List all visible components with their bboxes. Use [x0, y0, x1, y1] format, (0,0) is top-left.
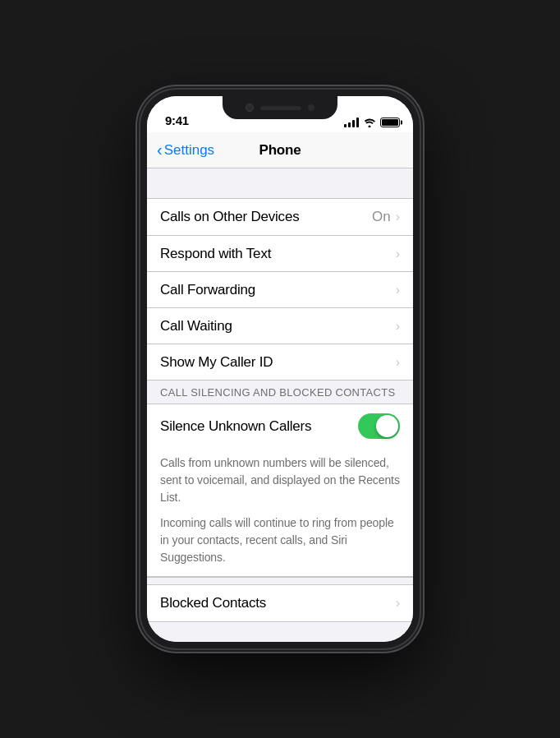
- call-waiting-row[interactable]: Call Waiting ›: [147, 307, 413, 344]
- call-waiting-chevron-icon: ›: [396, 319, 400, 334]
- status-time: 9:41: [165, 113, 189, 127]
- notch: [223, 96, 337, 119]
- silencing-gap: CALL SILENCING AND BLOCKED CONTACTS: [147, 381, 413, 404]
- bottom-padding: [147, 622, 413, 642]
- front-camera: [246, 104, 254, 112]
- blocked-contacts-chevron-icon: ›: [396, 596, 400, 611]
- back-label: Settings: [164, 142, 214, 159]
- silencing-section-header: CALL SILENCING AND BLOCKED CONTACTS: [147, 381, 413, 404]
- silence-unknown-callers-label: Silence Unknown Callers: [160, 418, 358, 435]
- call-forwarding-row[interactable]: Call Forwarding ›: [147, 271, 413, 307]
- signal-icon: [344, 118, 359, 127]
- calls-on-other-devices-value: On: [372, 209, 391, 225]
- top-gap: [147, 168, 413, 198]
- calls-on-other-devices-chevron-icon: ›: [396, 210, 400, 224]
- silence-unknown-callers-row[interactable]: Silence Unknown Callers: [147, 404, 413, 448]
- wifi-icon: [363, 118, 376, 127]
- silence-unknown-callers-toggle[interactable]: [358, 413, 400, 439]
- calls-on-other-devices-row[interactable]: Calls on Other Devices On ›: [147, 199, 413, 235]
- call-waiting-label: Call Waiting: [160, 318, 396, 334]
- respond-with-text-chevron-icon: ›: [396, 247, 400, 261]
- description-text-2: Incoming calls will continue to ring fro…: [160, 514, 400, 566]
- back-button[interactable]: ‹ Settings: [157, 142, 214, 159]
- first-settings-group: Calls on Other Devices On › Respond with…: [147, 198, 413, 381]
- silence-group: Silence Unknown Callers Calls from unkno…: [147, 404, 413, 578]
- show-my-caller-id-chevron-icon: ›: [396, 355, 400, 370]
- description-text-1: Calls from unknown numbers will be silen…: [160, 454, 400, 506]
- screen: 9:41 ‹: [147, 96, 413, 642]
- blocked-contacts-label: Blocked Contacts: [160, 595, 396, 611]
- blocked-gap: [147, 578, 413, 584]
- phone-frame: 9:41 ‹: [140, 90, 420, 648]
- show-my-caller-id-label: Show My Caller ID: [160, 354, 396, 371]
- description-block: Calls from unknown numbers will be silen…: [147, 448, 413, 577]
- respond-with-text-label: Respond with Text: [160, 246, 396, 262]
- status-bar: 9:41: [147, 96, 413, 132]
- call-forwarding-chevron-icon: ›: [396, 283, 400, 298]
- show-my-caller-id-row[interactable]: Show My Caller ID ›: [147, 344, 413, 380]
- back-chevron-icon: ‹: [157, 141, 163, 158]
- page-title: Phone: [259, 142, 301, 159]
- toggle-knob: [376, 415, 398, 437]
- blocked-contacts-group: Blocked Contacts ›: [147, 584, 413, 622]
- earpiece-speaker: [260, 106, 301, 110]
- calls-on-other-devices-label: Calls on Other Devices: [160, 209, 372, 225]
- blocked-contacts-row[interactable]: Blocked Contacts ›: [147, 585, 413, 621]
- battery-icon: [380, 118, 400, 127]
- nav-bar: ‹ Settings Phone: [147, 132, 413, 168]
- sensor-dot: [308, 104, 314, 111]
- respond-with-text-row[interactable]: Respond with Text ›: [147, 235, 413, 271]
- status-icons: [344, 118, 400, 127]
- content-area: Calls on Other Devices On › Respond with…: [147, 168, 413, 642]
- call-forwarding-label: Call Forwarding: [160, 282, 396, 298]
